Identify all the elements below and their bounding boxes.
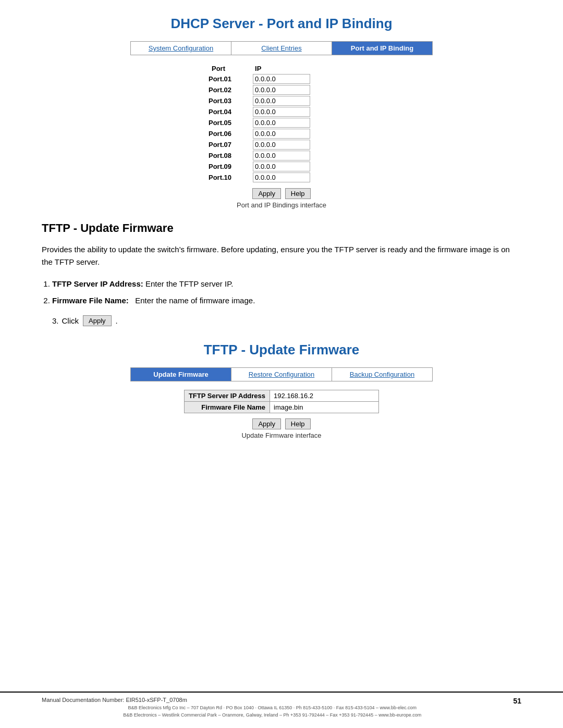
footer-doc-number: Manual Documentation Number: EIR510-xSFP… — [42, 697, 503, 703]
step3-prefix: Click — [62, 316, 79, 325]
tftp-form-table: TFTP Server IP AddressFirmware File Name — [184, 390, 379, 413]
tftp-description: Provides the ability to update the switc… — [42, 243, 521, 268]
ip-input-8[interactable] — [253, 151, 310, 161]
dhcp-nav-tabs: System Configuration Client Entries Port… — [130, 41, 433, 55]
tftp-form-input-1[interactable] — [272, 391, 376, 400]
footer-address-2: B&B Electronics – Westlink Commercial Pa… — [42, 712, 503, 718]
port-label-7: Port.07 — [209, 139, 252, 150]
ip-input-cell-4[interactable] — [252, 106, 354, 117]
port-ip-table: Port IP Port.01Port.02Port.03Port.04Port… — [209, 64, 354, 183]
port-label-8: Port.08 — [209, 150, 252, 161]
tftp-form-input-cell-2[interactable] — [270, 402, 379, 413]
dhcp-table-container: Port IP Port.01Port.02Port.03Port.04Port… — [130, 64, 433, 183]
tab-client-entries[interactable]: Client Entries — [231, 42, 332, 55]
dhcp-caption: Port and IP Bindings interface — [42, 201, 521, 209]
port-label-1: Port.01 — [209, 73, 252, 84]
tab-restore-configuration[interactable]: Restore Configuration — [231, 368, 332, 381]
port-label-2: Port.02 — [209, 84, 252, 95]
port-label-10: Port.10 — [209, 172, 252, 183]
dhcp-apply-help-row: Apply Help — [130, 188, 433, 199]
port-label-5: Port.05 — [209, 117, 252, 128]
ip-input-cell-6[interactable] — [252, 128, 354, 139]
tftp-ui-title: TFTP - Update Firmware — [42, 342, 521, 358]
ip-input-6[interactable] — [253, 129, 310, 139]
step3-apply-button[interactable]: Apply — [83, 315, 112, 326]
tftp-caption: Update Firmware interface — [42, 431, 521, 439]
tftp-form-container: TFTP Server IP AddressFirmware File Name — [130, 390, 433, 413]
tftp-apply-help-row: Apply Help — [130, 418, 433, 429]
footer-left: Manual Documentation Number: EIR510-xSFP… — [42, 697, 503, 718]
footer-address-1: B&B Electronics Mfg Co Inc – 707 Dayton … — [42, 705, 503, 710]
dhcp-apply-button[interactable]: Apply — [252, 188, 281, 199]
tftp-form-label-1: TFTP Server IP Address — [184, 390, 270, 402]
ip-input-9[interactable] — [253, 162, 310, 171]
ip-input-cell-1[interactable] — [252, 73, 354, 84]
port-label-9: Port.09 — [209, 161, 252, 172]
ip-input-10[interactable] — [253, 172, 310, 182]
tab-system-configuration[interactable]: System Configuration — [131, 42, 231, 55]
col-header-ip: IP — [252, 64, 354, 73]
ip-input-cell-3[interactable] — [252, 95, 354, 106]
dhcp-help-button[interactable]: Help — [285, 188, 311, 199]
ip-input-3[interactable] — [253, 96, 310, 106]
ip-input-4[interactable] — [253, 107, 310, 117]
footer-page-number: 51 — [513, 697, 521, 705]
ip-input-cell-7[interactable] — [252, 139, 354, 150]
step1-text: Enter the TFTP server IP. — [143, 279, 234, 288]
tftp-apply-button[interactable]: Apply — [252, 418, 281, 429]
step1-bold: TFTP Server IP Address: — [52, 279, 143, 288]
tftp-desc-title: TFTP - Update Firmware — [42, 221, 521, 235]
page-footer: Manual Documentation Number: EIR510-xSFP… — [0, 692, 563, 718]
tab-update-firmware[interactable]: Update Firmware — [131, 368, 231, 381]
ip-input-cell-8[interactable] — [252, 150, 354, 161]
tftp-form-input-2[interactable] — [272, 403, 376, 412]
click-apply-row: 3. Click Apply . — [42, 315, 521, 326]
tftp-nav-tabs: Update Firmware Restore Configuration Ba… — [130, 367, 433, 381]
tab-backup-configuration[interactable]: Backup Configuration — [332, 368, 432, 381]
tftp-form-label-2: Firmware File Name — [184, 402, 270, 413]
tab-port-ip-binding[interactable]: Port and IP Binding — [332, 42, 432, 55]
port-label-3: Port.03 — [209, 95, 252, 106]
tftp-step-2: Firmware File Name: Enter the name of fi… — [52, 294, 521, 307]
ip-input-5[interactable] — [253, 118, 310, 128]
ip-input-7[interactable] — [253, 140, 310, 150]
port-label-4: Port.04 — [209, 106, 252, 117]
ip-input-1[interactable] — [253, 74, 310, 84]
port-label-6: Port.06 — [209, 128, 252, 139]
step3-number: 3. — [52, 316, 59, 325]
dhcp-title: DHCP Server - Port and IP Binding — [42, 16, 521, 32]
tftp-steps-list: TFTP Server IP Address: Enter the TFTP s… — [52, 278, 521, 307]
tftp-step-1: TFTP Server IP Address: Enter the TFTP s… — [52, 278, 521, 290]
ip-input-cell-2[interactable] — [252, 84, 354, 95]
ip-input-cell-10[interactable] — [252, 172, 354, 183]
ip-input-cell-9[interactable] — [252, 161, 354, 172]
tftp-help-button[interactable]: Help — [285, 418, 311, 429]
col-header-port: Port — [209, 64, 252, 73]
ip-input-2[interactable] — [253, 85, 310, 95]
step3-suffix: . — [116, 316, 118, 325]
tftp-form-input-cell-1[interactable] — [270, 390, 379, 402]
ip-input-cell-5[interactable] — [252, 117, 354, 128]
step2-text: Enter the name of firmware image. — [129, 296, 255, 305]
step2-bold: Firmware File Name: — [52, 296, 129, 305]
